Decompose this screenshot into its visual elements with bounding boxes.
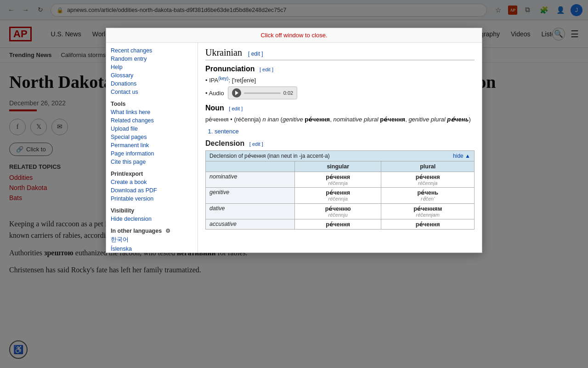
play-button[interactable] [232, 88, 241, 98]
wiki-languages-section: In other languages ⚙ 한국어 Íslenska Latvie… [111, 228, 193, 253]
declension-table-wrapper: Declension of ре́чення (inan neut in -ja… [205, 150, 475, 230]
dative-plural: ре́ченням réčennjam [381, 203, 475, 219]
case-genitive: genitive [206, 187, 295, 203]
genitive-plural-secondary: rě́čen' [386, 196, 469, 202]
wiki-print-heading: Print/export [111, 171, 193, 177]
table-row-nominative: nominative ре́чення réčennja ре́чення ré… [206, 172, 475, 187]
wiki-related-changes[interactable]: Related changes [111, 116, 193, 125]
genitive-plural-primary: ре́чень [386, 189, 469, 196]
modal-header: Click off window to close. [106, 28, 482, 43]
modal-overlay[interactable]: Click off window to close. Recent change… [0, 0, 588, 291]
wiki-cite-page[interactable]: Cite this page [111, 158, 193, 166]
gear-icon[interactable]: ⚙ [165, 228, 170, 234]
declension-table: Declension of ре́чення (inan neut in -ja… [205, 150, 475, 230]
wiki-main-content: Ukrainian [ edit ] Pronunciation [ edit … [198, 43, 482, 253]
declension-caption: Declension of ре́чення (inan neut in -ja… [205, 150, 475, 161]
ukrainian-edit-link[interactable]: [ edit ] [248, 51, 263, 57]
wiki-printable-version[interactable]: Printable version [111, 195, 193, 203]
play-icon [235, 91, 238, 95]
declension-edit-link[interactable]: [ edit ] [249, 141, 263, 147]
nominative-singular-secondary: réčennja [300, 180, 376, 186]
wiki-hide-declension[interactable]: Hide declension [111, 215, 193, 223]
ipa-line: • IPA(key): ['retʃenʲe] [205, 76, 475, 84]
dative-plural-secondary: réčennjam [386, 212, 469, 218]
col-header-singular: singular [295, 161, 381, 172]
wiki-visibility-section: Visibility Hide declension [111, 207, 193, 223]
wiki-sidebar: Recent changes Random entry Help Glossar… [106, 43, 198, 253]
wiki-random-entry[interactable]: Random entry [111, 55, 193, 63]
wiki-what-links-here[interactable]: What links here [111, 108, 193, 116]
dative-singular: ре́ченню réčennju [295, 203, 381, 219]
wiki-languages-heading: In other languages ⚙ [111, 228, 193, 234]
wiki-glossary[interactable]: Glossary [111, 71, 193, 80]
dative-plural-primary: ре́ченням [386, 205, 469, 212]
audio-progress-bar [244, 92, 281, 94]
case-dative: dative [206, 203, 295, 219]
table-row-dative: dative ре́ченню réčennju ре́ченням réčen… [206, 203, 475, 219]
pronunciation-edit-link[interactable]: [ edit ] [260, 67, 273, 72]
noun-intro: ре́чення • (réčennja) n inan (genitive р… [205, 115, 475, 124]
dative-singular-secondary: réčennju [300, 212, 376, 218]
pronunciation-block: • IPA(key): ['retʃenʲe] • Audio 0:02 [205, 76, 475, 99]
wiki-special-pages[interactable]: Special pages [111, 133, 193, 141]
genitive-plural: ре́чень rě́čen' [381, 187, 475, 203]
wiki-create-book[interactable]: Create a book [111, 178, 193, 186]
accusative-plural-primary: ре́чення [386, 221, 469, 228]
audio-player[interactable]: 0:02 [228, 86, 297, 99]
site-wrapper: AP U.S. News World News Politics Sports … [0, 20, 588, 291]
noun-definition-1[interactable]: sentence [215, 128, 475, 135]
wiki-download-pdf[interactable]: Download as PDF [111, 186, 193, 195]
wiki-contact-us[interactable]: Contact us [111, 88, 193, 96]
audio-label: • Audio [205, 90, 224, 97]
genitive-singular-secondary: réčennja [300, 196, 376, 201]
wiki-print-section: Print/export Create a book Download as P… [111, 171, 193, 203]
modal-close-text: Click off window to close. [261, 32, 328, 39]
wiki-donations[interactable]: Donations [111, 80, 193, 88]
table-row-accusative: accusative ре́чення ре́чення [206, 219, 475, 229]
ipa-text: ['retʃenʲe] [232, 77, 256, 84]
genitive-singular: ре́чення réčennja [295, 187, 381, 203]
col-header-empty [206, 161, 295, 172]
table-row-genitive: genitive ре́чення réčennja ре́чень rě́če… [206, 187, 475, 203]
dative-singular-primary: ре́ченню [300, 205, 376, 212]
wiki-permanent-link[interactable]: Permanent link [111, 141, 193, 150]
wiki-nav-section: Recent changes Random entry Help Glossar… [111, 46, 193, 96]
ukrainian-section-title: Ukrainian [ edit ] [205, 47, 475, 60]
wiki-tools-section: Tools What links here Related changes Up… [111, 101, 193, 166]
wiki-recent-changes[interactable]: Recent changes [111, 46, 193, 55]
wiki-help[interactable]: Help [111, 63, 193, 71]
pronunciation-heading: Pronunciation [ edit ] [205, 65, 475, 73]
wiki-lang-icelandic[interactable]: Íslenska [111, 245, 193, 253]
wiki-lang-korean[interactable]: 한국어 [111, 235, 193, 245]
audio-time: 0:02 [283, 90, 293, 96]
accusative-plural: ре́чення [381, 219, 475, 229]
modal-body: Recent changes Random entry Help Glossar… [106, 43, 482, 253]
declension-caption-text: Declension of ре́чення (inan neut in -ja… [209, 153, 330, 159]
nominative-plural-secondary: réčennja [386, 180, 469, 186]
wiki-tools-heading: Tools [111, 101, 193, 107]
hide-declension-link[interactable]: hide ▲ [453, 153, 470, 159]
audio-row: • Audio 0:02 [205, 86, 475, 99]
wiki-page-information[interactable]: Page information [111, 150, 193, 158]
nominative-singular: ре́чення réčennja [295, 172, 381, 187]
wiki-upload-file[interactable]: Upload file [111, 125, 193, 133]
noun-edit-link[interactable]: [ edit ] [229, 106, 243, 111]
modal-window: Click off window to close. Recent change… [106, 28, 482, 253]
nominative-singular-primary: ре́чення [300, 173, 376, 180]
case-accusative: accusative [206, 219, 295, 229]
noun-heading: Noun [ edit ] [205, 104, 475, 112]
col-header-plural: plural [381, 161, 475, 172]
wiki-visibility-heading: Visibility [111, 207, 193, 214]
nominative-plural-primary: ре́чення [386, 173, 469, 180]
ipa-key-sup[interactable]: (key) [218, 76, 228, 81]
case-nominative: nominative [206, 172, 295, 187]
accusative-singular: ре́чення [295, 219, 381, 229]
ukrainian-title-text: Ukrainian [205, 47, 242, 58]
noun-definitions-list: sentence [215, 128, 475, 135]
table-header-row: singular plural [206, 161, 475, 172]
declension-heading: Declension [ edit ] [205, 139, 475, 148]
accusative-singular-primary: ре́чення [300, 221, 376, 228]
genitive-singular-primary: ре́чення [300, 189, 376, 196]
nominative-plural: ре́чення réčennja [381, 172, 475, 187]
